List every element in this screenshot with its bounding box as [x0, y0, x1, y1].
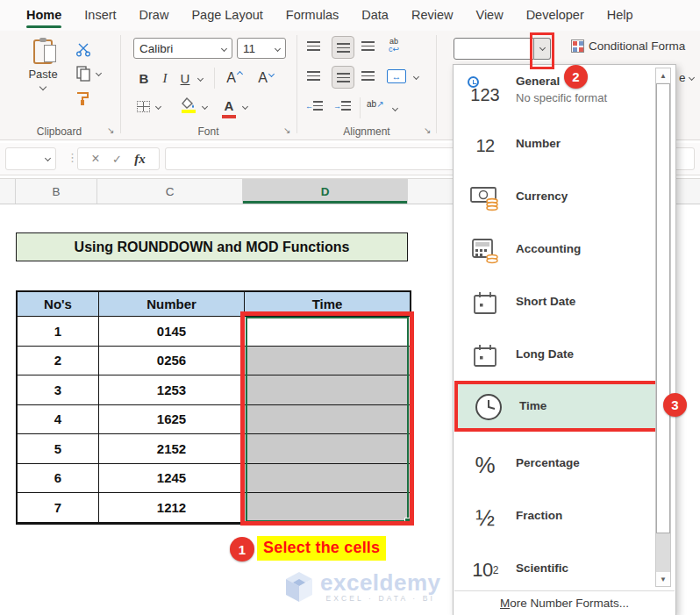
- more-number-formats-item[interactable]: More Number Formats...: [454, 597, 675, 610]
- format-option-label: Accounting: [516, 242, 581, 255]
- increase-font-size-button[interactable]: A: [223, 68, 246, 89]
- format-option-percentage[interactable]: % Percentage: [454, 442, 653, 488]
- menu-tab-formulas[interactable]: Formulas: [286, 0, 339, 31]
- menu-tab-view[interactable]: View: [475, 0, 503, 31]
- fill-color-button[interactable]: [179, 94, 198, 117]
- format-option-short-date[interactable]: Short Date: [454, 281, 653, 326]
- menu-tab-insert[interactable]: Insert: [84, 0, 116, 31]
- clipboard-icon: [33, 39, 53, 64]
- clock-badge-icon: [468, 76, 479, 88]
- center-button[interactable]: [332, 66, 354, 89]
- clipped-ribbon-button[interactable]: e: [679, 71, 694, 84]
- menu-bar: Home Insert Draw Page Layout Formulas Da…: [0, 0, 700, 31]
- cut-button[interactable]: [74, 39, 93, 59]
- format-option-general[interactable]: 123 General No specific format: [454, 72, 653, 118]
- dropdown-scrollbar[interactable]: ▲ ▼: [655, 68, 671, 587]
- cell-number[interactable]: 0145: [99, 317, 245, 347]
- cell-no[interactable]: 5: [18, 434, 99, 464]
- wrap-text-button[interactable]: abc↩: [389, 38, 399, 54]
- align-right-icon: [361, 71, 375, 81]
- table-header-nos[interactable]: No's: [18, 292, 99, 317]
- chevron-down-icon[interactable]: [392, 105, 398, 111]
- chevron-down-icon[interactable]: [202, 104, 208, 110]
- orientation-button[interactable]: ab↗: [367, 99, 384, 109]
- table-header-number[interactable]: Number: [99, 292, 245, 317]
- menu-tab-developer[interactable]: Developer: [526, 0, 584, 31]
- format-option-accounting[interactable]: Accounting: [454, 228, 653, 274]
- number-format-combobox[interactable]: [454, 38, 534, 60]
- column-header-sliver[interactable]: [0, 179, 16, 204]
- borders-button[interactable]: [134, 97, 152, 115]
- scroll-down-icon[interactable]: ▼: [656, 572, 670, 586]
- top-align-button[interactable]: [307, 41, 320, 51]
- name-box[interactable]: [5, 147, 56, 170]
- insert-function-icon[interactable]: fx: [134, 152, 146, 167]
- column-header-b[interactable]: B: [16, 179, 97, 204]
- exceldemy-logo-icon: [284, 570, 314, 604]
- decrease-indent-button[interactable]: ←: [305, 101, 323, 111]
- cell-number[interactable]: 1625: [99, 405, 245, 435]
- menu-tab-help[interactable]: Help: [607, 0, 633, 31]
- menu-tab-home[interactable]: Home: [26, 0, 61, 31]
- chevron-down-icon[interactable]: [197, 75, 204, 82]
- separator: [214, 68, 215, 89]
- cell-no[interactable]: 7: [18, 493, 99, 523]
- cell-number[interactable]: 1245: [99, 464, 245, 494]
- column-header-c[interactable]: C: [97, 179, 243, 204]
- cell-no[interactable]: 1: [18, 317, 99, 347]
- format-painter-button[interactable]: [74, 89, 93, 108]
- chevron-down-icon[interactable]: [242, 104, 248, 110]
- cell-number[interactable]: 1212: [99, 493, 245, 523]
- chevron-down-icon[interactable]: [413, 74, 419, 80]
- format-option-scientific[interactable]: 102 Scientific: [454, 547, 653, 593]
- scrollbar-track[interactable]: [656, 533, 670, 572]
- cell-no[interactable]: 4: [18, 405, 99, 435]
- align-right-button[interactable]: [361, 71, 375, 81]
- cell-number[interactable]: 2152: [99, 434, 245, 464]
- scroll-up-icon[interactable]: ▲: [656, 68, 670, 82]
- format-option-label: Short Date: [516, 295, 575, 308]
- chevron-down-icon[interactable]: [155, 104, 161, 110]
- chevron-down-icon: [688, 75, 694, 81]
- clipboard-dialog-launcher-icon[interactable]: ↘: [107, 125, 114, 135]
- column-header-d[interactable]: D: [243, 179, 408, 204]
- italic-button[interactable]: I: [156, 68, 174, 89]
- cell-no[interactable]: 2: [18, 347, 99, 376]
- decrease-font-size-button[interactable]: A: [254, 68, 277, 89]
- bold-button[interactable]: B: [134, 68, 154, 89]
- format-option-number[interactable]: 12 Number: [454, 123, 653, 168]
- format-option-fraction[interactable]: ½ Fraction: [454, 495, 653, 540]
- bottom-align-button[interactable]: [361, 41, 375, 51]
- alignment-dialog-launcher-icon[interactable]: ↘: [424, 125, 431, 135]
- font-name-combobox[interactable]: Calibri: [133, 38, 232, 59]
- cancel-icon[interactable]: ×: [91, 151, 99, 167]
- conditional-formatting-button[interactable]: Conditional Forma: [571, 39, 685, 53]
- copy-button[interactable]: [74, 64, 93, 83]
- font-dialog-launcher-icon[interactable]: ↘: [283, 125, 290, 135]
- cell-no[interactable]: 3: [18, 375, 99, 405]
- enter-icon[interactable]: ✓: [112, 153, 122, 166]
- separator: [360, 97, 361, 118]
- format-option-long-date[interactable]: Long Date: [454, 333, 653, 379]
- format-option-time[interactable]: Time: [454, 381, 660, 432]
- paste-button[interactable]: Paste: [23, 36, 63, 120]
- cell-number[interactable]: 0256: [99, 347, 245, 376]
- scrollbar-thumb[interactable]: [656, 83, 670, 533]
- increase-indent-button[interactable]: →: [333, 101, 351, 111]
- menu-tab-review[interactable]: Review: [411, 0, 454, 31]
- menu-tab-page-layout[interactable]: Page Layout: [191, 0, 262, 31]
- chevron-down-icon[interactable]: [96, 70, 102, 76]
- menu-tab-draw[interactable]: Draw: [139, 0, 169, 31]
- dropdown-separator: [454, 590, 675, 591]
- middle-align-button[interactable]: [332, 36, 354, 59]
- font-size-combobox[interactable]: 11: [237, 38, 286, 59]
- cell-number[interactable]: 1253: [99, 375, 245, 405]
- menu-tab-data[interactable]: Data: [361, 0, 389, 31]
- merge-center-button[interactable]: ↔: [387, 69, 406, 83]
- format-option-currency[interactable]: Currency: [454, 175, 653, 221]
- underline-button[interactable]: U: [176, 68, 194, 89]
- cell-no[interactable]: 6: [18, 464, 99, 494]
- font-color-button[interactable]: A: [221, 96, 237, 115]
- excel-window: { "menu_bar": { "items": ["Home","Insert…: [0, 0, 700, 615]
- align-left-button[interactable]: [307, 71, 320, 81]
